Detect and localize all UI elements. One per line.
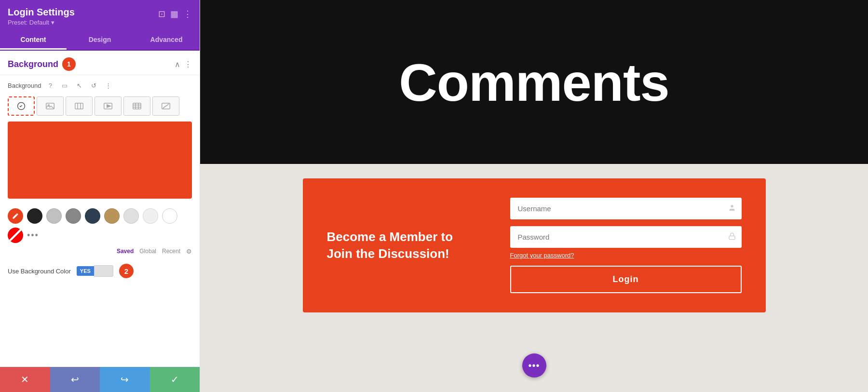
color-preview[interactable] xyxy=(8,122,192,199)
panel-tabs: Content Design Advanced xyxy=(0,31,200,51)
cursor-icon[interactable]: ↖ xyxy=(74,80,84,91)
bg-label: Background xyxy=(8,82,41,89)
login-tagline: Become a Member to Join the Discussion! xyxy=(327,229,481,262)
panel-header: Login Settings Preset: Default ▾ ⊡ ▦ ⋮ xyxy=(0,0,200,31)
swatch-nav-global[interactable]: Global xyxy=(139,248,156,255)
section-header-actions: ∧ ⋮ xyxy=(175,60,192,69)
collapse-icon[interactable]: ∧ xyxy=(175,60,180,69)
bg-type-color[interactable] xyxy=(8,96,35,116)
username-input[interactable] xyxy=(510,198,742,219)
swatch-nav-saved[interactable]: Saved xyxy=(117,248,134,255)
swatch-lightgray[interactable] xyxy=(123,208,139,224)
username-icon xyxy=(728,204,736,214)
login-button[interactable]: Login xyxy=(510,266,742,293)
expand-icon[interactable]: ⊡ xyxy=(158,9,165,19)
login-section: Become a Member to Join the Discussion! xyxy=(200,178,868,312)
tab-design[interactable]: Design xyxy=(67,31,133,50)
reset-icon[interactable]: ↺ xyxy=(88,80,99,91)
help-icon[interactable]: ? xyxy=(45,80,55,91)
password-icon xyxy=(728,232,736,242)
panel-body: Background 1 ∧ ⋮ Background ? ▭ ↖ ↺ ⋮ xyxy=(0,51,200,367)
panel-title-group: Login Settings Preset: Default ▾ xyxy=(8,7,75,26)
username-input-wrap xyxy=(510,198,742,219)
password-input-wrap xyxy=(510,226,742,248)
floating-menu-button[interactable]: ••• xyxy=(522,353,546,378)
panel-preset[interactable]: Preset: Default ▾ xyxy=(8,19,75,26)
swatches-more[interactable]: ••• xyxy=(27,230,39,241)
swatch-gray1[interactable] xyxy=(46,208,62,224)
svg-rect-13 xyxy=(729,236,735,239)
bg-more-icon[interactable]: ⋮ xyxy=(103,80,113,91)
mobile-icon[interactable]: ▭ xyxy=(59,80,70,91)
use-bg-label: Use Background Color xyxy=(8,268,71,275)
save-button[interactable]: ✓ xyxy=(150,367,200,392)
use-bg-color-row: Use Background Color YES 2 xyxy=(0,259,200,283)
toggle-yes-label[interactable]: YES xyxy=(77,266,94,276)
login-form: Forgot your password? Login xyxy=(510,198,742,293)
swatch-pencil[interactable] xyxy=(8,208,23,224)
bg-type-video[interactable] xyxy=(95,96,122,116)
password-input[interactable] xyxy=(510,226,742,248)
login-card: Become a Member to Join the Discussion! xyxy=(303,178,766,312)
forgot-password-link[interactable]: Forgot your password? xyxy=(510,252,742,259)
toggle-yes[interactable]: YES xyxy=(77,265,113,277)
cancel-button[interactable]: ✕ xyxy=(0,367,50,392)
swatch-darkblue[interactable] xyxy=(85,208,100,224)
bg-type-row xyxy=(0,94,200,120)
swatch-white[interactable] xyxy=(162,208,177,224)
right-content: Comments Become a Member to Join the Dis… xyxy=(200,0,868,392)
swatch-brown[interactable] xyxy=(104,208,120,224)
svg-rect-7 xyxy=(133,103,141,109)
swatch-gray2[interactable] xyxy=(66,208,81,224)
swatch-black[interactable] xyxy=(27,208,42,224)
tab-content[interactable]: Content xyxy=(0,31,67,50)
swatch-clear[interactable] xyxy=(8,228,23,243)
swatch-nav-recent[interactable]: Recent xyxy=(162,248,180,255)
undo-button[interactable]: ↩ xyxy=(50,367,100,392)
bottom-bar: ✕ ↩ ↪ ✓ xyxy=(0,367,200,392)
section-title-row: Background 1 xyxy=(8,57,76,71)
swatch-settings-icon[interactable]: ⚙ xyxy=(186,248,192,255)
swatches-nav: Saved Global Recent ⚙ xyxy=(0,247,200,259)
swatch-lightgray2[interactable] xyxy=(143,208,158,224)
section-more-icon[interactable]: ⋮ xyxy=(184,60,192,69)
panel-title: Login Settings xyxy=(8,7,75,18)
left-panel: Login Settings Preset: Default ▾ ⊡ ▦ ⋮ C… xyxy=(0,0,200,392)
bg-type-mask[interactable] xyxy=(152,96,179,116)
hero-title: Comments xyxy=(399,52,669,113)
panel-header-icons: ⊡ ▦ ⋮ xyxy=(158,9,192,19)
svg-marker-6 xyxy=(107,105,111,108)
bg-controls-row: Background ? ▭ ↖ ↺ ⋮ xyxy=(0,75,200,94)
color-swatches: ••• xyxy=(0,204,200,247)
section-title: Background xyxy=(8,59,58,69)
columns-icon[interactable]: ▦ xyxy=(170,9,178,19)
bg-type-pattern[interactable] xyxy=(123,96,150,116)
tab-advanced[interactable]: Advanced xyxy=(133,31,200,50)
hero-section: Comments xyxy=(200,0,868,164)
bg-type-gradient[interactable] xyxy=(66,96,93,116)
toggle-yes-box[interactable] xyxy=(94,265,113,277)
svg-rect-2 xyxy=(75,103,83,109)
section-header: Background 1 ∧ ⋮ xyxy=(0,51,200,75)
badge-2: 2 xyxy=(119,264,134,278)
redo-button[interactable]: ↪ xyxy=(100,367,150,392)
bg-type-image[interactable] xyxy=(37,96,64,116)
more-icon[interactable]: ⋮ xyxy=(183,9,192,19)
badge-1: 1 xyxy=(62,57,76,71)
